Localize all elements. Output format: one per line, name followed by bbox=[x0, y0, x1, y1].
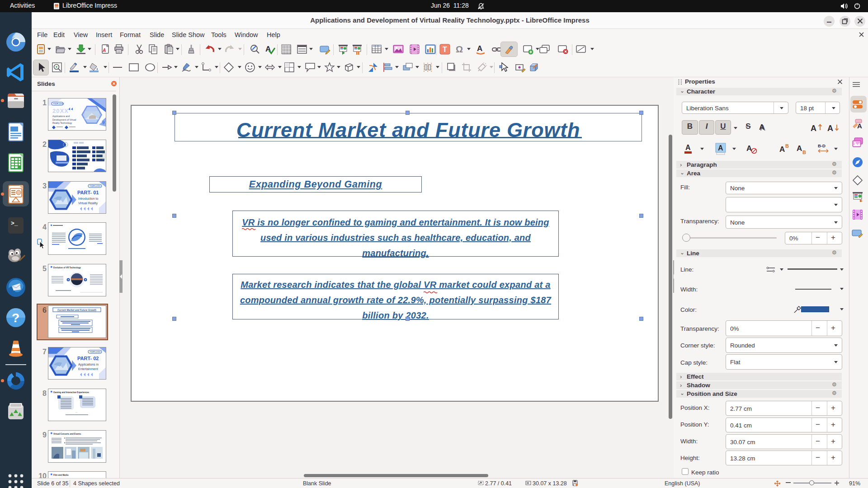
svg-text:Introduction to: Introduction to bbox=[78, 197, 98, 200]
svg-text:Evolution of VR Technology: Evolution of VR Technology bbox=[53, 267, 81, 269]
svg-text:?: ? bbox=[12, 311, 19, 325]
svg-text:A: A bbox=[746, 144, 752, 153]
svg-text:Applications in: Applications in bbox=[78, 363, 99, 366]
svg-text:A: A bbox=[811, 124, 816, 133]
svg-text:A: A bbox=[857, 122, 862, 130]
svg-text:Gaming and Interactive Experie: Gaming and Interactive Experiences bbox=[53, 391, 90, 394]
svg-text:Entertainment: Entertainment bbox=[78, 367, 98, 371]
svg-text:T: T bbox=[443, 46, 447, 53]
svg-text:Current Market and Future Grow: Current Market and Future Growth bbox=[57, 309, 96, 311]
svg-text:A: A bbox=[779, 145, 785, 154]
svg-text:Development of Virtual: Development of Virtual bbox=[52, 118, 76, 121]
svg-text:YOUR LOGO: YOUR LOGO bbox=[90, 351, 100, 353]
svg-text:A: A bbox=[718, 144, 723, 152]
svg-text:...: ... bbox=[75, 410, 77, 413]
svg-text:A: A bbox=[477, 44, 482, 53]
svg-text:PART- 01: PART- 01 bbox=[77, 190, 99, 195]
svg-text:Film and Media: Film and Media bbox=[53, 474, 69, 476]
svg-text:PART- 02: PART- 02 bbox=[77, 356, 99, 361]
svg-text:A: A bbox=[759, 123, 764, 131]
svg-text:Applications and: Applications and bbox=[52, 115, 70, 117]
svg-text:A: A bbox=[797, 144, 802, 153]
svg-text:Virtual Concerts and Events: Virtual Concerts and Events bbox=[53, 433, 81, 435]
svg-text:YOUR LOGO: YOUR LOGO bbox=[53, 103, 64, 105]
svg-text:A: A bbox=[685, 144, 691, 151]
svg-text:20XX: 20XX bbox=[52, 108, 69, 114]
svg-text:B-D: B-D bbox=[818, 143, 826, 148]
svg-text:A: A bbox=[102, 48, 106, 53]
svg-text:YOUR LOGO: YOUR LOGO bbox=[90, 185, 100, 187]
svg-text:>_: >_ bbox=[11, 220, 18, 227]
svg-text:Ω: Ω bbox=[456, 44, 463, 54]
svg-text:Reality Technology: Reality Technology bbox=[52, 122, 72, 124]
svg-text:Virtual Reality: Virtual Reality bbox=[78, 202, 98, 205]
svg-text:A: A bbox=[827, 124, 833, 133]
svg-text:B: B bbox=[802, 150, 806, 155]
svg-text:B: B bbox=[785, 143, 789, 149]
